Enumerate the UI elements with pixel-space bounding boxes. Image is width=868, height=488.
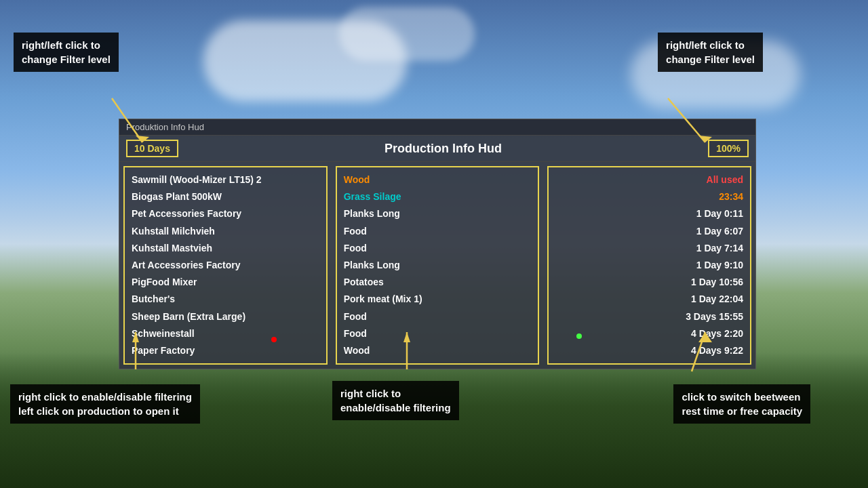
- list-item: 1 Day 9:10: [555, 257, 743, 274]
- list-item[interactable]: Kuhstall Mastvieh: [132, 240, 319, 257]
- list-item[interactable]: PigFood Mixer: [132, 274, 319, 291]
- list-item[interactable]: Art Accessories Factory: [132, 257, 319, 274]
- list-item: 3 Days 15:55: [555, 308, 743, 325]
- list-item[interactable]: Pet Accessories Factory: [132, 205, 319, 222]
- cloud-3: [339, 7, 475, 61]
- list-item[interactable]: Sawmill (Wood-Mizer LT15) 2: [132, 171, 319, 188]
- list-item: 1 Day 22:04: [555, 291, 743, 308]
- list-item: Wood: [344, 171, 532, 188]
- filter-pct-button[interactable]: 100%: [708, 140, 749, 157]
- hud-content: Sawmill (Wood-Mizer LT15) 2 Biogas Plant…: [119, 162, 755, 369]
- list-item[interactable]: Schweinestall: [132, 325, 319, 342]
- filter-days-button[interactable]: 10 Days: [126, 140, 178, 157]
- tooltip-bottom-left: right click to enable/disable filtering …: [10, 384, 200, 424]
- list-item: Food: [344, 308, 532, 325]
- list-item: All used: [555, 171, 743, 188]
- list-item: Food: [344, 223, 532, 240]
- hud-panel: Produktion Info Hud 10 Days Production I…: [119, 119, 756, 369]
- list-item: 4 Days 9:22: [555, 342, 743, 359]
- dot-red: [271, 337, 277, 342]
- list-item: Food: [344, 240, 532, 257]
- list-item[interactable]: Kuhstall Milchvieh: [132, 223, 319, 240]
- list-item[interactable]: Sheep Barn (Extra Large): [132, 308, 319, 325]
- list-item[interactable]: Paper Factory: [132, 342, 319, 359]
- list-item: Food: [344, 325, 532, 342]
- list-item: 1 Day 0:11: [555, 205, 743, 222]
- list-item: 1 Day 7:14: [555, 240, 743, 257]
- tooltip-top-right: right/left click to change Filter level: [658, 33, 763, 72]
- hud-header: 10 Days Production Info Hud 100%: [119, 136, 755, 162]
- list-item: 4 Days 2:20: [555, 325, 743, 342]
- list-item[interactable]: Butcher's: [132, 291, 319, 308]
- hud-title-bar: Produktion Info Hud: [119, 119, 755, 136]
- list-item: 1 Day 10:56: [555, 274, 743, 291]
- tooltip-bottom-right: click to switch beetween rest time or fr…: [673, 384, 810, 424]
- list-item: 23:34: [555, 188, 743, 205]
- tooltip-top-left: right/left click to change Filter level: [14, 33, 119, 72]
- list-item: Wood: [344, 342, 532, 359]
- list-item: Grass Silage: [344, 188, 532, 205]
- list-item[interactable]: Biogas Plant 500kW: [132, 188, 319, 205]
- list-item: Planks Long: [344, 205, 532, 222]
- list-item: Potatoes: [344, 274, 532, 291]
- productions-column: Sawmill (Wood-Mizer LT15) 2 Biogas Plant…: [123, 166, 328, 365]
- list-item: Pork meat (Mix 1): [344, 291, 532, 308]
- hud-main-title: Production Info Hud: [178, 142, 708, 156]
- list-item: 1 Day 6:07: [555, 223, 743, 240]
- dot-green: [576, 333, 582, 339]
- list-item: Planks Long: [344, 257, 532, 274]
- tooltip-bottom-mid: right click to enable/disable filtering: [332, 381, 459, 420]
- outputs-column: Wood Grass Silage Planks Long Food Food …: [336, 166, 540, 365]
